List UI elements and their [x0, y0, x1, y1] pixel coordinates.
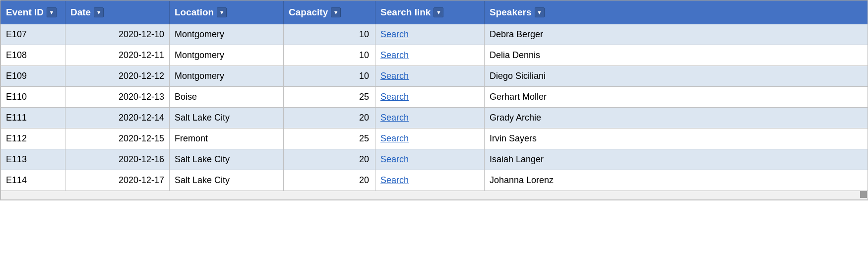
- filter-speakers-button[interactable]: ▼: [535, 7, 545, 17]
- header-speakers-label: Speakers: [490, 7, 532, 18]
- search-link-anchor[interactable]: Search: [380, 50, 409, 60]
- data-table: Event ID ▼ Date ▼ Location ▼: [0, 0, 868, 200]
- cell-event-id: E107: [1, 24, 65, 45]
- cell-event-id: E109: [1, 66, 65, 87]
- table-row: E1112020-12-14Salt Lake City20SearchGrad…: [1, 108, 868, 128]
- header-search-link: Search link ▼: [375, 1, 485, 24]
- cell-capacity: 10: [284, 45, 375, 66]
- filter-capacity-button[interactable]: ▼: [331, 7, 341, 17]
- cell-speakers: Debra Berger: [485, 24, 868, 45]
- cell-speakers: Isaiah Langer: [485, 149, 868, 170]
- cell-search-link[interactable]: Search: [375, 108, 485, 128]
- header-date: Date ▼: [65, 1, 170, 24]
- cell-search-link[interactable]: Search: [375, 66, 485, 87]
- cell-location: Montgomery: [170, 45, 284, 66]
- table-row: E1092020-12-12Montgomery10SearchDiego Si…: [1, 66, 868, 87]
- filter-event-id-button[interactable]: ▼: [47, 7, 57, 17]
- header-event-id-label: Event ID: [6, 7, 44, 18]
- cell-speakers: Gerhart Moller: [485, 87, 868, 108]
- header-capacity-label: Capacity: [289, 7, 328, 18]
- cell-date: 2020-12-11: [65, 45, 170, 66]
- search-link-anchor[interactable]: Search: [380, 154, 409, 164]
- header-speakers: Speakers ▼: [485, 1, 868, 24]
- cell-capacity: 20: [284, 149, 375, 170]
- cell-location: Boise: [170, 87, 284, 108]
- cell-search-link[interactable]: Search: [375, 149, 485, 170]
- cell-location: Montgomery: [170, 24, 284, 45]
- table-row: E1102020-12-13Boise25SearchGerhart Molle…: [1, 87, 868, 108]
- cell-date: 2020-12-17: [65, 170, 170, 191]
- search-link-anchor[interactable]: Search: [380, 92, 409, 102]
- header-search-link-label: Search link: [380, 7, 431, 18]
- cell-location: Fremont: [170, 128, 284, 149]
- search-link-anchor[interactable]: Search: [380, 71, 409, 81]
- cell-date: 2020-12-10: [65, 24, 170, 45]
- cell-date: 2020-12-15: [65, 128, 170, 149]
- cell-event-id: E110: [1, 87, 65, 108]
- table-header-row: Event ID ▼ Date ▼ Location ▼: [1, 1, 868, 24]
- table-footer-row: [1, 191, 868, 200]
- filter-date-button[interactable]: ▼: [94, 7, 104, 17]
- cell-capacity: 10: [284, 24, 375, 45]
- search-link-anchor[interactable]: Search: [380, 113, 409, 123]
- scroll-corner-indicator: [860, 191, 867, 198]
- cell-location: Salt Lake City: [170, 108, 284, 128]
- cell-speakers: Delia Dennis: [485, 45, 868, 66]
- table-row: E1072020-12-10Montgomery10SearchDebra Be…: [1, 24, 868, 45]
- cell-capacity: 20: [284, 170, 375, 191]
- header-event-id: Event ID ▼: [1, 1, 65, 24]
- cell-event-id: E111: [1, 108, 65, 128]
- cell-search-link[interactable]: Search: [375, 45, 485, 66]
- cell-event-id: E112: [1, 128, 65, 149]
- header-date-label: Date: [70, 7, 91, 18]
- header-location-label: Location: [175, 7, 214, 18]
- cell-event-id: E113: [1, 149, 65, 170]
- search-link-anchor[interactable]: Search: [380, 29, 409, 39]
- search-link-anchor[interactable]: Search: [380, 175, 409, 185]
- cell-speakers: Grady Archie: [485, 108, 868, 128]
- cell-search-link[interactable]: Search: [375, 87, 485, 108]
- table-row: E1082020-12-11Montgomery10SearchDelia De…: [1, 45, 868, 66]
- cell-location: Montgomery: [170, 66, 284, 87]
- cell-search-link[interactable]: Search: [375, 170, 485, 191]
- cell-search-link[interactable]: Search: [375, 128, 485, 149]
- cell-speakers: Irvin Sayers: [485, 128, 868, 149]
- cell-capacity: 25: [284, 87, 375, 108]
- cell-capacity: 25: [284, 128, 375, 149]
- cell-date: 2020-12-14: [65, 108, 170, 128]
- table-row: E1142020-12-17Salt Lake City20SearchJoha…: [1, 170, 868, 191]
- cell-speakers: Diego Siciliani: [485, 66, 868, 87]
- cell-capacity: 10: [284, 66, 375, 87]
- cell-date: 2020-12-12: [65, 66, 170, 87]
- table-row: E1132020-12-16Salt Lake City20SearchIsai…: [1, 149, 868, 170]
- header-capacity: Capacity ▼: [284, 1, 375, 24]
- cell-capacity: 20: [284, 108, 375, 128]
- filter-search-link-button[interactable]: ▼: [434, 7, 443, 17]
- cell-date: 2020-12-13: [65, 87, 170, 108]
- filter-location-button[interactable]: ▼: [217, 7, 227, 17]
- cell-location: Salt Lake City: [170, 149, 284, 170]
- cell-event-id: E114: [1, 170, 65, 191]
- cell-event-id: E108: [1, 45, 65, 66]
- cell-speakers: Johanna Lorenz: [485, 170, 868, 191]
- cell-date: 2020-12-16: [65, 149, 170, 170]
- header-location: Location ▼: [170, 1, 284, 24]
- search-link-anchor[interactable]: Search: [380, 133, 409, 143]
- cell-search-link[interactable]: Search: [375, 24, 485, 45]
- cell-location: Salt Lake City: [170, 170, 284, 191]
- table-row: E1122020-12-15Fremont25SearchIrvin Sayer…: [1, 128, 868, 149]
